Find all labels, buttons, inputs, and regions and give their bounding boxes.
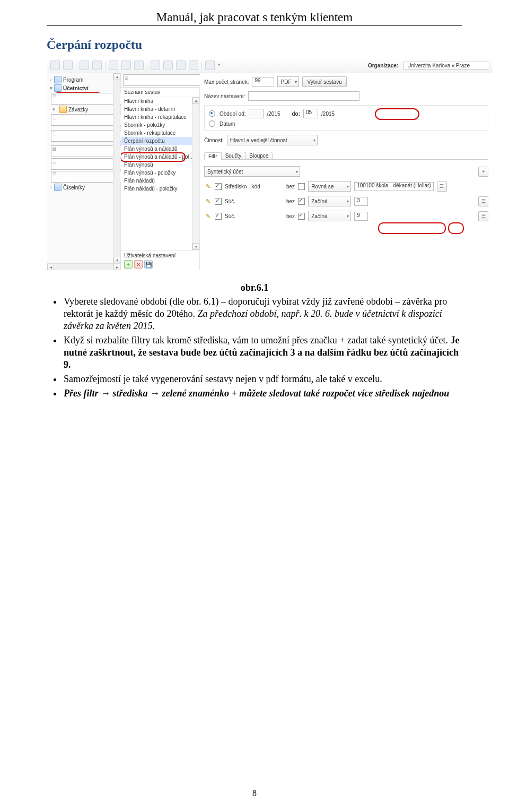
- scroll-left-icon[interactable]: ◂: [47, 264, 54, 271]
- max-pages-label: Max.počet stránek:: [204, 79, 249, 85]
- name-input[interactable]: [248, 91, 359, 101]
- expander-icon[interactable]: ▾: [49, 107, 58, 112]
- edit-icon[interactable]: ✎: [204, 212, 212, 220]
- toolbar-icon-next[interactable]: [176, 61, 186, 70]
- filter-tabs: Filtr Součty Sloupce: [204, 152, 488, 160]
- filter-value-input[interactable]: 100100 škola - děkanát (Hollar): [354, 182, 434, 191]
- activity-select[interactable]: Hlavní a vedlejší činnost: [227, 135, 318, 145]
- neg-label: bez: [286, 184, 295, 189]
- list-item[interactable]: Plán výnosů - položky: [121, 169, 199, 177]
- neg-check[interactable]: [298, 198, 305, 205]
- tree-label: Číselníky: [63, 185, 85, 191]
- generate-button[interactable]: Vytvoř sestavu: [302, 76, 346, 87]
- toolbar-icon-prev[interactable]: [163, 61, 173, 70]
- edit-icon[interactable]: ✎: [204, 183, 212, 190]
- list-item[interactable]: Hlavní kniha: [121, 97, 199, 105]
- tree-item-ciselniky[interactable]: › Číselníky: [47, 183, 120, 192]
- filter-enabled-check[interactable]: [215, 213, 222, 220]
- scroll-up-icon[interactable]: ▴: [113, 73, 120, 80]
- filter-value-input[interactable]: 9: [354, 212, 368, 221]
- add-filter-icon[interactable]: ＋: [478, 167, 488, 177]
- list-item[interactable]: Plán výnosů: [121, 161, 199, 169]
- scroll-down-icon[interactable]: ▾: [192, 243, 199, 250]
- lookup-icon[interactable]: ☰: [478, 196, 488, 206]
- expander-icon[interactable]: ▾: [49, 85, 52, 91]
- toolbar-icon-7[interactable]: [134, 61, 144, 70]
- operator-select[interactable]: Začíná: [308, 211, 351, 221]
- tree-vscrollbar[interactable]: ▴ ▾: [113, 73, 120, 271]
- tab-sloupce[interactable]: Sloupce: [245, 152, 273, 159]
- toolbar-icon-first[interactable]: [151, 61, 160, 70]
- list-item[interactable]: Plán výnosů a nákladů - položk: [121, 153, 199, 161]
- neg-label: bez: [286, 213, 295, 219]
- date-radio[interactable]: [209, 120, 215, 127]
- format-select[interactable]: PDF: [277, 76, 299, 87]
- toolbar-icon-5[interactable]: [109, 61, 118, 70]
- operator-select[interactable]: Začíná: [308, 196, 351, 206]
- tree-item-ucetni-sestavy[interactable]: Účetní sestavy: [47, 92, 120, 105]
- expander-icon[interactable]: ›: [49, 185, 52, 190]
- toolbar-icon-tools[interactable]: [205, 61, 215, 70]
- tab-filtr[interactable]: Filtr: [204, 152, 222, 160]
- scroll-right-icon[interactable]: ▸: [113, 264, 120, 271]
- tree-item[interactable]: Přijaté dobropisy: [47, 145, 120, 158]
- toolbar-icon-3[interactable]: [80, 61, 89, 70]
- tree-item-zavazky[interactable]: ▾ Závazky: [47, 105, 120, 114]
- toolbar-icon-1[interactable]: [50, 61, 60, 70]
- tree-item[interactable]: Přijaté zálohové faktury: [47, 126, 120, 145]
- section-title: Čerpání rozpočtu: [47, 38, 462, 52]
- remove-icon[interactable]: ✕: [134, 260, 143, 269]
- neg-check[interactable]: [298, 213, 305, 220]
- list-item[interactable]: Plán nákladů - položky: [121, 185, 199, 193]
- toolbar-icon-last[interactable]: [189, 61, 198, 70]
- period-radio[interactable]: [209, 110, 215, 117]
- expander-icon[interactable]: ›: [49, 77, 52, 82]
- tree-item-program[interactable]: › Program: [47, 75, 120, 84]
- toolbar-sep: [147, 61, 147, 70]
- edit-icon[interactable]: ✎: [204, 197, 212, 205]
- toolbar-icon-6[interactable]: [121, 61, 131, 70]
- tree-hscrollbar[interactable]: ◂ ▸: [47, 263, 120, 271]
- bullet-3: Samozřejmostí je také vygenerování sesta…: [63, 373, 462, 385]
- list-item[interactable]: Sborník - položky: [121, 121, 199, 129]
- toolbar-sep: [105, 61, 106, 70]
- operator-select[interactable]: Rovná se: [308, 181, 351, 192]
- date-label: Datum: [220, 121, 235, 127]
- tree-label: Závazky: [68, 107, 88, 113]
- text: Samozřejmostí je také vygenerování sesta…: [64, 374, 382, 384]
- period-from-year: /2015: [267, 111, 280, 117]
- list-item[interactable]: Plán nákladů: [121, 177, 199, 185]
- neg-check[interactable]: [298, 183, 305, 190]
- tree-item[interactable]: Jiné závazky: [47, 170, 120, 183]
- tree-item-ucetnictvi[interactable]: ▾ Účetnictví: [47, 84, 120, 92]
- period-to-month[interactable]: 05: [303, 109, 318, 118]
- list-vscrollbar[interactable]: ▴ ▾: [192, 97, 199, 250]
- tree-item[interactable]: Přijaté faktury: [47, 114, 120, 126]
- filter-row: ✎ Středisko - kód bez Rovná se 100100 šk…: [204, 181, 488, 192]
- filter-enabled-check[interactable]: [215, 183, 222, 190]
- lookup-icon[interactable]: ☰: [478, 211, 488, 221]
- org-value[interactable]: Univerzita Karlova v Praze: [403, 62, 489, 70]
- filter-enabled-check[interactable]: [215, 198, 222, 205]
- period-from-month[interactable]: [249, 109, 264, 118]
- list-item[interactable]: Hlavní kniha - rekapitulace: [121, 113, 199, 121]
- save-icon[interactable]: 💾: [144, 260, 153, 269]
- list-item[interactable]: Plán výnosů a nákladů: [121, 145, 199, 153]
- red-highlight-filter-op: [378, 222, 446, 234]
- list-item-selected[interactable]: Čerpání rozpočtu: [121, 137, 199, 145]
- list-item[interactable]: Sborník - rekapitulace: [121, 129, 199, 137]
- panel-tab[interactable]: Účetní sestavy ✕: [121, 73, 199, 88]
- list-item[interactable]: Hlavní kniha - detailní: [121, 105, 199, 113]
- scroll-up-icon[interactable]: ▴: [192, 97, 199, 104]
- toolbar-icon-4[interactable]: [92, 61, 102, 70]
- filter-value-input[interactable]: 3: [354, 197, 368, 206]
- filter-field-select[interactable]: Syntetický účet: [204, 166, 300, 177]
- max-pages-input[interactable]: 99: [252, 77, 274, 87]
- add-icon[interactable]: ＋: [124, 260, 133, 269]
- tree-item[interactable]: Platební poukazy: [47, 158, 120, 170]
- lookup-icon[interactable]: ☰: [437, 182, 447, 192]
- tab-soucty[interactable]: Součty: [221, 152, 246, 159]
- toolbar-icon-2[interactable]: [63, 61, 73, 70]
- period-to-label: do:: [292, 111, 301, 117]
- toolbar-dropdown-icon[interactable]: [218, 61, 223, 70]
